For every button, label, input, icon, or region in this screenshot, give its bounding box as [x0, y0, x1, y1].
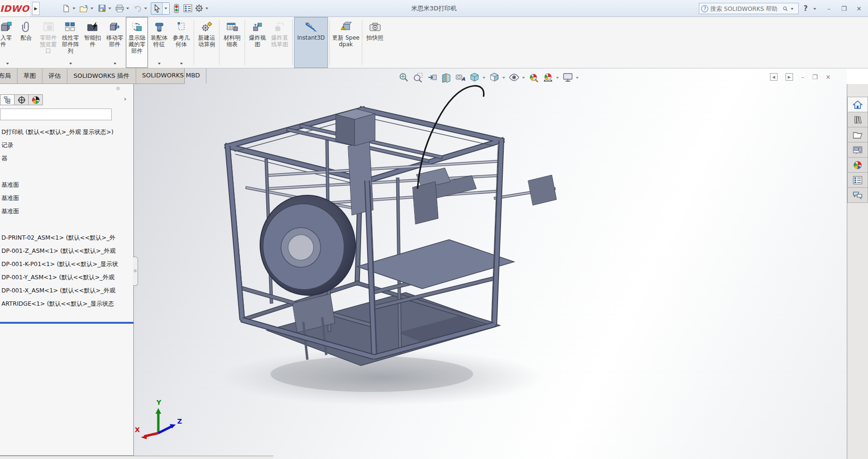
apply-scene-dropdown[interactable]: [556, 77, 559, 80]
tree-item-annotations[interactable]: [1, 165, 132, 178]
view-orientation-button[interactable]: [468, 71, 481, 83]
tree-item-origin[interactable]: [1, 218, 132, 231]
hide-show-items-button[interactable]: [508, 71, 520, 83]
zoom-to-fit-button[interactable]: [398, 71, 410, 83]
assembly-features-button[interactable]: 装配体特征: [148, 17, 170, 68]
bill-of-materials-button[interactable]: 材料明细表: [221, 17, 243, 68]
tab-sketch[interactable]: 草图: [17, 68, 42, 83]
toolbar-flyout-button[interactable]: ▶: [32, 2, 40, 15]
collapse-left-pane-button[interactable]: ◀: [770, 73, 778, 81]
search-box[interactable]: ?: [699, 3, 799, 14]
component-preview-window-button[interactable]: 零部件预览窗口: [37, 17, 59, 68]
search-input[interactable]: [710, 5, 781, 12]
help-dropdown[interactable]: [813, 8, 816, 11]
tab-solidworks-mbd[interactable]: SOLIDWORKS MBD: [136, 68, 207, 83]
linear-component-pattern-button[interactable]: 线性零部件阵列: [59, 17, 82, 68]
select-dropdown[interactable]: [163, 3, 169, 14]
new-motion-study-button[interactable]: 新建运动算例: [196, 17, 218, 68]
assembly-features-dropdown[interactable]: [158, 63, 161, 66]
panel-splitter-handle[interactable]: [133, 257, 138, 286]
instant3d-button[interactable]: Instant3D: [294, 17, 328, 68]
search-icon[interactable]: [783, 5, 788, 13]
task-pane-home-button[interactable]: [847, 97, 868, 112]
undo-dropdown[interactable]: [144, 8, 147, 11]
zoom-to-area-button[interactable]: [412, 71, 424, 83]
appearances-tab[interactable]: [28, 94, 43, 105]
appearances-scenes-button[interactable]: [847, 157, 868, 173]
tree-item-component[interactable]: DP-001-Y_ASM<1> (默认<<默认>_外观: [1, 271, 132, 284]
tab-solidworks-addins[interactable]: SOLIDWORKS 插件: [67, 68, 136, 83]
minimize-button[interactable]: –: [824, 5, 834, 12]
insert-components-dropdown[interactable]: [6, 63, 9, 66]
view-palette-button[interactable]: [847, 142, 868, 158]
tree-root-assembly[interactable]: D打印机 (默认<<默认>_外观 显示状态>): [1, 125, 132, 139]
save-dropdown[interactable]: [108, 8, 111, 11]
tree-item-sensors[interactable]: 器: [1, 152, 132, 165]
options-button[interactable]: [193, 3, 205, 14]
exploded-line-sketch-button[interactable]: 爆炸直线草图: [269, 17, 291, 68]
open-document-dropdown[interactable]: [90, 8, 93, 11]
print-button[interactable]: [114, 3, 125, 14]
select-button[interactable]: [151, 3, 163, 14]
help-button[interactable]: ?: [803, 4, 808, 13]
take-snapshot-button[interactable]: 拍快照: [364, 17, 386, 68]
command-list-button[interactable]: [182, 3, 193, 14]
tab-layout[interactable]: 布局: [0, 68, 17, 83]
tree-item-history[interactable]: 记录: [1, 139, 132, 152]
reference-geometry-dropdown[interactable]: [180, 63, 183, 66]
mate-button[interactable]: 配合: [15, 17, 37, 68]
linear-pattern-dropdown[interactable]: [69, 63, 72, 66]
hide-show-dropdown[interactable]: [522, 77, 525, 80]
show-hidden-components-button[interactable]: 显示隐藏的零部件: [126, 17, 148, 68]
save-document-button[interactable]: !: [96, 3, 107, 14]
custom-properties-button[interactable]: [847, 172, 868, 188]
display-style-button[interactable]: [488, 71, 500, 83]
new-document-dropdown[interactable]: [73, 8, 75, 11]
smart-fasteners-button[interactable]: 智能扣件: [82, 17, 104, 68]
open-document-button[interactable]: [78, 3, 90, 14]
visualization-button[interactable]: [171, 3, 182, 14]
panel-expand-chevron[interactable]: ›: [124, 95, 126, 102]
exploded-view-button[interactable]: 爆炸视图: [246, 17, 269, 68]
graphics-viewport[interactable]: A ◀ ▶ – ❐ ✕: [134, 68, 847, 459]
tree-item-plane[interactable]: 基准面: [1, 178, 132, 192]
view-settings-dropdown[interactable]: [576, 77, 579, 80]
doc-close-button[interactable]: ✕: [826, 74, 831, 81]
view-orientation-dropdown[interactable]: [483, 77, 485, 80]
forum-button[interactable]: [847, 187, 868, 203]
feature-tree-tab[interactable]: [0, 94, 15, 105]
doc-restore-button[interactable]: ❐: [812, 74, 818, 81]
annotation-camera-button[interactable]: A: [454, 71, 467, 83]
tree-item-component[interactable]: DP-001-K-P01<1> (默认<<默认>_显示状: [1, 258, 132, 271]
new-document-button[interactable]: [60, 3, 72, 14]
insert-components-button[interactable]: 入零件: [0, 17, 15, 68]
search-dropdown[interactable]: [791, 8, 794, 11]
display-style-dropdown[interactable]: [502, 77, 505, 80]
tree-item-plane[interactable]: 基准面: [1, 205, 132, 218]
edit-appearance-button[interactable]: [528, 71, 540, 83]
tree-filter-input[interactable]: [0, 108, 112, 120]
collapse-right-pane-button[interactable]: ▶: [786, 73, 793, 81]
move-component-button[interactable]: 移动零部件: [104, 17, 126, 68]
print-dropdown[interactable]: [126, 8, 129, 11]
rollback-bar[interactable]: [0, 322, 133, 324]
restore-button[interactable]: ❐: [839, 5, 849, 12]
apply-scene-button[interactable]: [542, 71, 554, 83]
tree-item-component[interactable]: DP-001-X_ASM<1> (默认<<默认>_外观: [1, 284, 132, 297]
update-speedpak-button[interactable]: ! 更新 Speedpak: [331, 17, 360, 68]
previous-view-button[interactable]: [426, 71, 438, 83]
design-library-button[interactable]: [847, 112, 868, 127]
view-settings-button[interactable]: [562, 71, 574, 83]
tree-item-component[interactable]: DP-001-Z_ASM<1> (默认<<默认>_外观: [1, 244, 132, 258]
reference-geometry-button[interactable]: 参考几何体: [170, 17, 192, 68]
viewport-3d-model[interactable]: [134, 68, 847, 459]
doc-minimize-button[interactable]: –: [801, 74, 804, 81]
move-component-dropdown[interactable]: [114, 63, 116, 66]
tree-item-plane[interactable]: 基准面: [1, 192, 132, 205]
file-explorer-button[interactable]: [847, 127, 868, 142]
close-button[interactable]: ✕: [854, 5, 864, 12]
undo-button[interactable]: [132, 3, 143, 14]
panel-grip[interactable]: [116, 87, 120, 90]
options-dropdown[interactable]: [205, 8, 208, 11]
tab-evaluate[interactable]: 评估: [42, 68, 67, 83]
